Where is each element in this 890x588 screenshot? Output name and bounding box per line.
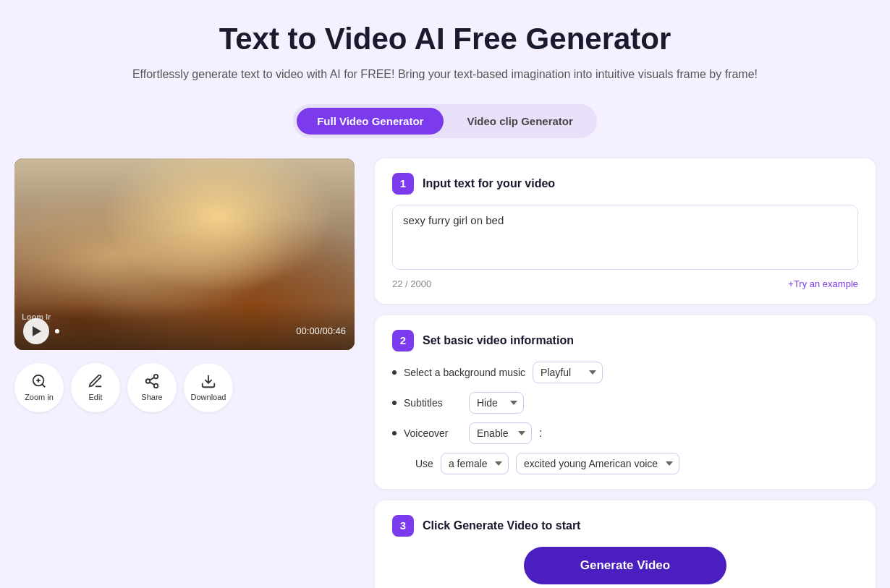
edit-button[interactable]: Edit xyxy=(71,363,120,412)
step1-number: 1 xyxy=(392,173,414,195)
subtitles-label: Subtitles xyxy=(404,397,462,409)
voiceover-controls: Enable Disable : xyxy=(469,422,542,444)
input-footer: 22 / 2000 +Try an example xyxy=(392,278,858,289)
tab-full-video[interactable]: Full Video Generator xyxy=(297,108,444,135)
zoom-in-button[interactable]: Zoom in xyxy=(14,363,64,412)
step2-header: 2 Set basic video information xyxy=(392,330,858,351)
tab-bar: Full Video Generator Video clip Generato… xyxy=(14,104,876,138)
subtitles-row: Subtitles Hide Show xyxy=(392,392,858,414)
music-label: Select a background music xyxy=(404,367,525,378)
edit-label: Edit xyxy=(89,393,103,401)
step1-header: 1 Input text for your video xyxy=(392,173,858,195)
voice-selection-row: Use a female a male excited young Americ… xyxy=(392,453,858,474)
tab-container: Full Video Generator Video clip Generato… xyxy=(293,104,597,138)
share-icon xyxy=(144,373,160,389)
video-text-input[interactable] xyxy=(392,205,858,270)
step3-header: 3 Click Generate Video to start xyxy=(392,515,858,537)
svg-point-6 xyxy=(154,384,158,388)
svg-line-1 xyxy=(42,384,45,387)
subtitles-select[interactable]: Hide Show xyxy=(469,392,524,414)
voiceover-select[interactable]: Enable Disable xyxy=(469,422,532,444)
zoom-in-label: Zoom in xyxy=(25,393,54,401)
gender-select[interactable]: a female a male xyxy=(441,453,509,474)
tab-video-clip[interactable]: Video clip Generator xyxy=(446,108,593,135)
step3-title: Click Generate Video to start xyxy=(423,519,580,532)
voice-select[interactable]: excited young American voice calm mature… xyxy=(516,453,679,474)
page-header: Text to Video AI Free Generator Effortle… xyxy=(14,22,876,84)
voiceover-bullet xyxy=(392,431,397,435)
step2-number: 2 xyxy=(392,330,414,351)
char-count: 22 / 2000 xyxy=(392,278,431,289)
zoom-in-icon xyxy=(31,373,47,389)
step2-card: 2 Set basic video information Select a b… xyxy=(375,315,876,489)
right-section: 1 Input text for your video 22 / 2000 +T… xyxy=(375,158,876,588)
subtitles-bullet xyxy=(392,401,397,405)
main-content: Loom Ir 00:00/00:46 Zoom in xyxy=(14,158,876,588)
download-label: Download xyxy=(191,393,226,401)
svg-point-5 xyxy=(146,379,151,383)
download-icon xyxy=(200,373,216,389)
share-button[interactable]: Share xyxy=(127,363,177,412)
video-section: Loom Ir 00:00/00:46 Zoom in xyxy=(14,158,355,412)
step1-title: Input text for your video xyxy=(423,177,555,190)
video-overlay: 00:00/00:46 xyxy=(14,304,355,350)
try-example-link[interactable]: +Try an example xyxy=(788,278,858,289)
video-controls: Zoom in Edit Share xyxy=(14,363,355,412)
use-label: Use xyxy=(415,458,433,469)
download-button[interactable]: Download xyxy=(184,363,233,412)
svg-point-4 xyxy=(154,375,158,379)
music-select[interactable]: Playful Happy Calm Dramatic None xyxy=(533,362,603,383)
colon-separator: : xyxy=(539,427,542,440)
page-subtitle: Effortlessly generate text to video with… xyxy=(14,65,876,84)
edit-icon xyxy=(88,373,103,389)
step2-title: Set basic video information xyxy=(423,334,574,347)
generate-button[interactable]: Generate Video xyxy=(524,547,726,584)
step3-card: 3 Click Generate Video to start Generate… xyxy=(375,500,876,588)
page-title: Text to Video AI Free Generator xyxy=(14,22,876,56)
voiceover-row: Voiceover Enable Disable : xyxy=(392,422,858,444)
step1-card: 1 Input text for your video 22 / 2000 +T… xyxy=(375,158,876,304)
music-row: Select a background music Playful Happy … xyxy=(392,362,858,383)
step3-number: 3 xyxy=(392,515,414,537)
play-button[interactable] xyxy=(23,318,49,344)
video-progress-dot xyxy=(55,329,59,333)
svg-line-8 xyxy=(150,378,154,380)
music-bullet xyxy=(392,370,397,375)
video-player: Loom Ir 00:00/00:46 xyxy=(14,158,355,350)
svg-line-7 xyxy=(150,382,154,385)
voiceover-label: Voiceover xyxy=(404,427,462,439)
share-label: Share xyxy=(141,393,162,401)
video-time: 00:00/00:46 xyxy=(296,325,346,336)
